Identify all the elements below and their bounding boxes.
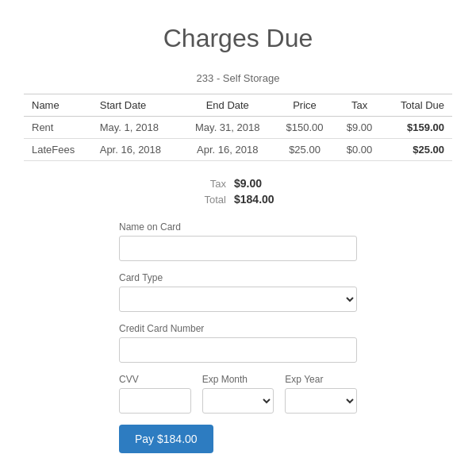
col-name: Name <box>24 94 92 117</box>
table-cell: $159.00 <box>383 117 452 139</box>
exp-month-label: Exp Month <box>202 374 274 385</box>
cvv-input[interactable] <box>119 388 191 414</box>
table-row: RentMay. 1, 2018May. 31, 2018$150.00$9.0… <box>24 117 452 139</box>
total-label: Total <box>194 194 226 206</box>
cvv-exp-row: CVV Exp Month 010203040506070809101112 E… <box>119 374 357 414</box>
cvv-group: CVV <box>119 374 191 414</box>
page-title: Charges Due <box>24 24 452 53</box>
card-type-label: Card Type <box>119 272 357 283</box>
table-cell: Apr. 16, 2018 <box>181 139 274 161</box>
exp-year-select[interactable]: 20182019202020212022202320242025 <box>285 388 357 414</box>
name-on-card-group: Name on Card <box>119 221 357 261</box>
name-on-card-label: Name on Card <box>119 221 357 233</box>
col-start-date: Start Date <box>92 94 181 117</box>
table-cell: $25.00 <box>274 139 335 161</box>
exp-month-select[interactable]: 010203040506070809101112 <box>202 388 274 414</box>
card-type-group: Card Type VisaMasterCardAmerican Express… <box>119 272 357 312</box>
tax-value: $9.00 <box>234 177 282 190</box>
col-tax: Tax <box>336 94 384 117</box>
exp-month-group: Exp Month 010203040506070809101112 <box>202 374 274 414</box>
tax-label: Tax <box>194 178 226 190</box>
payment-form: Name on Card Card Type VisaMasterCardAme… <box>111 221 365 453</box>
table-cell: $9.00 <box>336 117 384 139</box>
credit-card-number-label: Credit Card Number <box>119 323 357 334</box>
summary-section: Tax $9.00 Total $184.00 <box>24 177 452 206</box>
col-total-due: Total Due <box>383 94 452 117</box>
col-price: Price <box>274 94 335 117</box>
credit-card-number-input[interactable] <box>119 337 357 363</box>
table-row: LateFeesApr. 16, 2018Apr. 16, 2018$25.00… <box>24 139 452 161</box>
name-on-card-input[interactable] <box>119 236 357 261</box>
card-type-select[interactable]: VisaMasterCardAmerican ExpressDiscover <box>119 287 357 312</box>
credit-card-number-group: Credit Card Number <box>119 323 357 363</box>
pay-button[interactable]: Pay $184.00 <box>119 425 213 453</box>
exp-year-group: Exp Year 2018201920202021202220232024202… <box>285 374 357 414</box>
table-cell: $0.00 <box>336 139 384 161</box>
table-cell: May. 1, 2018 <box>92 117 181 139</box>
table-cell: $150.00 <box>274 117 335 139</box>
table-cell: Apr. 16, 2018 <box>92 139 181 161</box>
total-value: $184.00 <box>234 193 282 206</box>
col-end-date: End Date <box>181 94 274 117</box>
subtitle: 233 - Self Storage <box>24 72 452 84</box>
charges-table: Name Start Date End Date Price Tax Total… <box>24 94 452 161</box>
table-cell: May. 31, 2018 <box>181 117 274 139</box>
table-cell: Rent <box>24 117 92 139</box>
table-cell: $25.00 <box>383 139 452 161</box>
table-cell: LateFees <box>24 139 92 161</box>
cvv-label: CVV <box>119 374 191 385</box>
exp-year-label: Exp Year <box>285 374 357 385</box>
